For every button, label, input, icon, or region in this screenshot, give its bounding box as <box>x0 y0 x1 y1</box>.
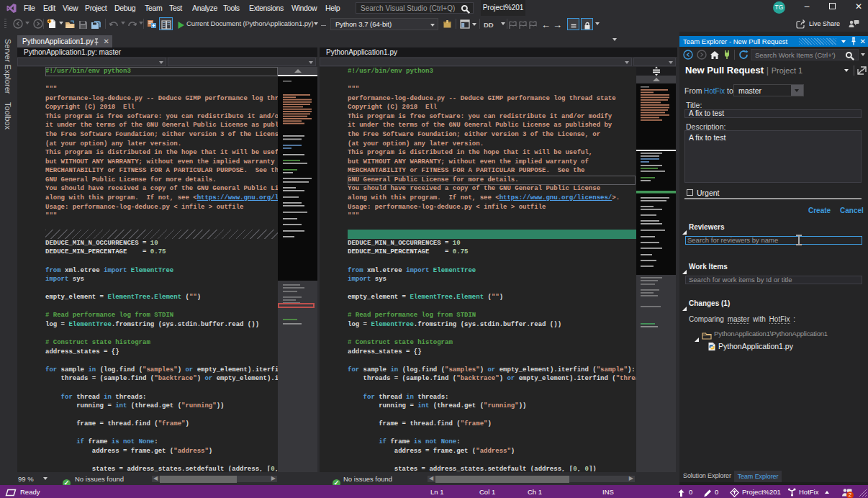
svg-text:DD: DD <box>484 21 494 29</box>
